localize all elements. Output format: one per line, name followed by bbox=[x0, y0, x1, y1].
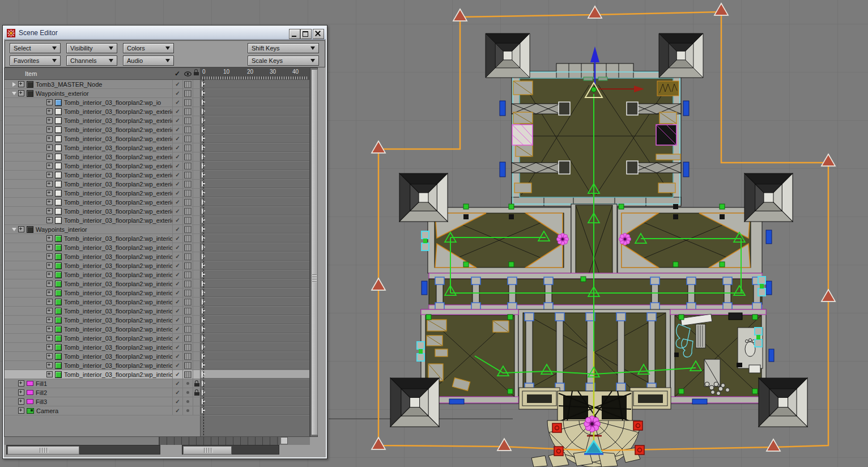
active-check[interactable]: ✓ bbox=[172, 234, 182, 243]
scene-item-row[interactable]: Tomb_interior_03_floorplan2:wp_exterior … bbox=[5, 116, 309, 125]
keyframe-marker[interactable] bbox=[202, 272, 206, 277]
active-check[interactable]: ✓ bbox=[172, 98, 182, 107]
visibility-style-icon[interactable] bbox=[184, 126, 192, 133]
visibility-style-icon[interactable] bbox=[184, 163, 192, 169]
scene-item-row[interactable]: Tomb_interior_03_floorplan2:wp_exterior … bbox=[5, 207, 309, 216]
keyframe-marker[interactable] bbox=[202, 290, 206, 295]
expand-plus-icon[interactable] bbox=[46, 117, 53, 124]
active-check[interactable]: ✓ bbox=[172, 325, 182, 333]
scene-item-row[interactable]: Tomb_interior_03_floorplan2:wp_exterior … bbox=[5, 134, 309, 143]
timeline-track[interactable] bbox=[200, 225, 309, 234]
keyframe-marker[interactable] bbox=[202, 145, 206, 150]
expand-plus-icon[interactable] bbox=[46, 308, 53, 314]
timeline-track[interactable] bbox=[200, 189, 309, 197]
timeline-track[interactable] bbox=[200, 180, 309, 188]
active-check[interactable]: ✓ bbox=[172, 334, 182, 342]
keyframe-marker[interactable] bbox=[202, 82, 206, 87]
keyframe-marker[interactable] bbox=[202, 181, 206, 186]
active-check[interactable]: ✓ bbox=[172, 388, 182, 397]
timeline-track[interactable] bbox=[200, 134, 309, 143]
active-check[interactable]: ✓ bbox=[172, 134, 182, 143]
expand-plus-icon[interactable] bbox=[46, 108, 53, 114]
expand-plus-icon[interactable] bbox=[46, 362, 53, 368]
expand-plus-icon[interactable] bbox=[46, 290, 53, 296]
visibility-style-icon[interactable] bbox=[184, 235, 192, 242]
keyframe-marker[interactable] bbox=[202, 326, 206, 332]
expand-plus-icon[interactable] bbox=[46, 99, 53, 105]
timeline-track[interactable] bbox=[200, 107, 309, 116]
list-horizontal-scrollbar[interactable] bbox=[6, 445, 160, 455]
expand-plus-icon[interactable] bbox=[46, 126, 53, 133]
keyframe-marker[interactable] bbox=[202, 199, 206, 205]
timeline-track[interactable] bbox=[200, 116, 309, 125]
active-check[interactable]: ✓ bbox=[172, 89, 182, 97]
keyframe-marker[interactable] bbox=[202, 100, 206, 105]
timeline-track[interactable] bbox=[200, 80, 309, 88]
scene-item-row[interactable]: Fill3✓ bbox=[5, 397, 309, 406]
active-check[interactable]: ✓ bbox=[172, 107, 182, 116]
expand-plus-icon[interactable] bbox=[46, 190, 53, 196]
expand-plus-icon[interactable] bbox=[46, 326, 53, 332]
expand-plus-icon[interactable] bbox=[46, 317, 53, 323]
expand-plus-icon[interactable] bbox=[46, 253, 53, 260]
visibility-style-icon[interactable] bbox=[184, 99, 192, 106]
visibility-style-icon[interactable] bbox=[184, 281, 192, 287]
scene-item-row[interactable]: Tomb_interior_03_floorplan2:wp_interior … bbox=[5, 307, 309, 316]
visibility-style-icon[interactable] bbox=[184, 371, 192, 378]
scene-item-row[interactable]: Tomb_interior_03_floorplan2:wp_exterior … bbox=[5, 180, 309, 189]
keyframe-marker[interactable] bbox=[202, 372, 206, 377]
keyframe-marker[interactable] bbox=[202, 91, 206, 96]
active-check[interactable]: ✓ bbox=[172, 189, 182, 197]
active-check[interactable]: ✓ bbox=[172, 397, 182, 406]
active-check[interactable]: ✓ bbox=[172, 298, 182, 306]
colors-dropdown[interactable]: Colors bbox=[123, 43, 174, 53]
expand-plus-icon[interactable] bbox=[46, 199, 53, 205]
timeline-track[interactable] bbox=[200, 298, 309, 306]
timeline-scrollbar-handle[interactable] bbox=[183, 446, 232, 455]
timeline-track[interactable] bbox=[200, 279, 309, 288]
expand-plus-icon[interactable] bbox=[46, 235, 53, 241]
timeline-horizontal-scrollbar[interactable] bbox=[182, 445, 279, 455]
keyframe-marker[interactable] bbox=[202, 236, 206, 241]
expand-plus-icon[interactable] bbox=[46, 353, 53, 359]
scene-item-row[interactable]: Tomb_interior_03_floorplan2:wp_interior … bbox=[5, 316, 309, 325]
scene-item-row[interactable]: Tomb_interior_03_floorplan2:wp_interior … bbox=[5, 334, 309, 343]
keyframe-marker[interactable] bbox=[202, 209, 206, 214]
active-check[interactable]: ✓ bbox=[172, 261, 182, 270]
timeline-track[interactable] bbox=[200, 307, 309, 315]
visibility-style-icon[interactable] bbox=[184, 208, 192, 215]
timeline-track[interactable] bbox=[200, 152, 309, 161]
scene-item-row[interactable]: Tomb_interior_03_floorplan2:wp_interior … bbox=[5, 252, 309, 261]
timeline-track[interactable] bbox=[200, 89, 309, 97]
expand-plus-icon[interactable] bbox=[18, 389, 24, 396]
scene-item-row[interactable]: Waypoints_interior✓ bbox=[5, 225, 309, 234]
scene-item-row[interactable]: Tomb_interior_03_floorplan2:wp_interior … bbox=[5, 361, 309, 370]
active-check[interactable]: ✓ bbox=[172, 143, 182, 152]
expand-plus-icon[interactable] bbox=[18, 90, 24, 96]
expand-plus-icon[interactable] bbox=[18, 407, 24, 414]
visibility-style-icon[interactable] bbox=[184, 190, 192, 197]
visibility-style-icon[interactable] bbox=[184, 253, 192, 260]
scene-item-row[interactable]: Fill1✓ bbox=[5, 379, 309, 388]
keyframe-marker[interactable] bbox=[202, 218, 206, 223]
vertical-scrollbar[interactable] bbox=[310, 67, 318, 437]
visibility-style-icon[interactable] bbox=[184, 244, 192, 251]
visibility-style-icon[interactable] bbox=[184, 217, 192, 224]
list-scrollbar-handle[interactable] bbox=[7, 446, 79, 455]
scene-item-row[interactable]: Fill2✓ bbox=[5, 388, 309, 397]
active-check[interactable]: ✓ bbox=[172, 116, 182, 125]
expand-plus-icon[interactable] bbox=[18, 81, 24, 87]
timeline-track[interactable] bbox=[200, 261, 309, 270]
scale-keys-dropdown[interactable]: Scale Keys bbox=[248, 56, 319, 66]
favorites-dropdown[interactable]: Favorites bbox=[10, 56, 61, 66]
visibility-dot-icon[interactable] bbox=[186, 400, 189, 403]
active-check[interactable]: ✓ bbox=[172, 152, 182, 161]
scene-item-row[interactable]: Tomb_interior_03_floorplan2:wp_exterior … bbox=[5, 216, 309, 225]
visibility-style-icon[interactable] bbox=[184, 81, 192, 88]
keyframe-marker[interactable] bbox=[202, 136, 206, 141]
timeline-track[interactable] bbox=[200, 171, 309, 179]
visibility-style-icon[interactable] bbox=[184, 353, 192, 360]
visibility-style-icon[interactable] bbox=[184, 317, 192, 324]
expand-plus-icon[interactable] bbox=[18, 226, 24, 232]
active-check[interactable]: ✓ bbox=[172, 125, 182, 134]
